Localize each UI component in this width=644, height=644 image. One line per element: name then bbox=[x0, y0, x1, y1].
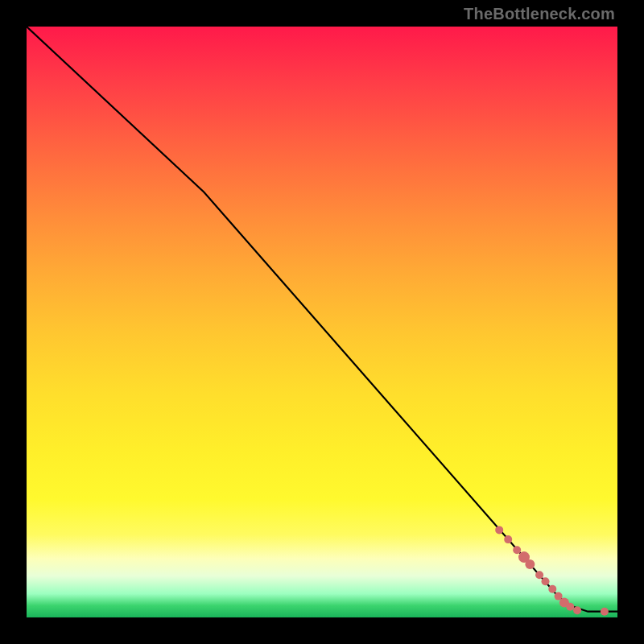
watermark-text: TheBottleneck.com bbox=[464, 5, 615, 23]
bottleneck-curve bbox=[27, 27, 617, 612]
marker-layer bbox=[495, 526, 609, 615]
data-point bbox=[573, 606, 581, 614]
chart-frame: TheBottleneck.com bbox=[0, 0, 644, 644]
data-point bbox=[504, 535, 512, 543]
data-point bbox=[566, 603, 574, 611]
data-point bbox=[535, 571, 543, 579]
curve-layer bbox=[27, 27, 617, 612]
data-point bbox=[542, 577, 550, 585]
data-point bbox=[548, 585, 556, 593]
data-point bbox=[513, 546, 521, 554]
chart-svg bbox=[27, 27, 617, 617]
data-point bbox=[525, 559, 535, 569]
plot-area bbox=[27, 27, 617, 617]
data-point bbox=[495, 526, 503, 534]
data-point bbox=[601, 608, 609, 616]
